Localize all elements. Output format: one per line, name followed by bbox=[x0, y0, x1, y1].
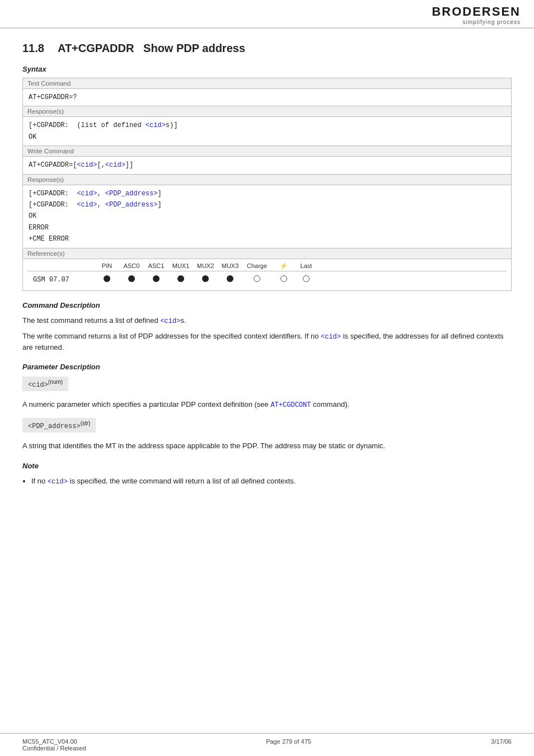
syntax-table: Test Command AT+CGPADDR=? Response(s) [+… bbox=[22, 78, 512, 291]
footer-center: Page 279 of 475 bbox=[266, 738, 311, 752]
param-cid-box: <cid>(num) bbox=[22, 377, 68, 391]
logo-sub: simplifying process bbox=[463, 19, 521, 25]
param-cid-desc-code: AT+CGDCONT bbox=[270, 401, 311, 409]
logo-area: BRODERSEN simplifying process bbox=[432, 4, 521, 25]
footer-right: 3/17/06 bbox=[491, 738, 512, 752]
footer-doc-id: MC55_ATC_V04.00 bbox=[22, 738, 86, 745]
circle-empty-charge bbox=[254, 275, 260, 282]
logo-name: BRODERSEN bbox=[432, 4, 521, 18]
parameter-description-label: Parameter Description bbox=[22, 363, 512, 371]
col-mux2: MUX2 bbox=[193, 261, 218, 270]
main-content: 11.8 AT+CGPADDR Show PDP address Syntax … bbox=[0, 29, 534, 509]
ref-cols-container: PIN ASC0 ASC1 MUX1 MUX2 MUX3 Charge ⚡ La… bbox=[27, 261, 507, 288]
reference-data-cell: PIN ASC0 ASC1 MUX1 MUX2 MUX3 Charge ⚡ La… bbox=[23, 259, 512, 290]
cmd-desc-p1-code: <cid> bbox=[160, 317, 180, 325]
cmd-desc-p1-prefix: The test command returns a list of defin… bbox=[22, 316, 160, 325]
test-command-label-row: Test Command bbox=[23, 78, 512, 89]
test-response-ok: OK bbox=[29, 133, 36, 141]
note-list: If no <cid> is specified, the write comm… bbox=[31, 476, 512, 487]
reference-label-row: Reference(s) bbox=[23, 248, 512, 259]
param-pdp-name: <PDP_address> bbox=[28, 422, 81, 430]
param-cid-desc: A numeric parameter which specifies a pa… bbox=[22, 399, 512, 410]
logo-text: BRODERSEN bbox=[432, 4, 521, 19]
circle-filled-pin bbox=[104, 275, 110, 282]
circle-filled-asc0 bbox=[128, 275, 135, 282]
col-asc0: ASC0 bbox=[119, 261, 144, 270]
col-asc1: ASC1 bbox=[144, 261, 168, 270]
write-command-code: AT+CGPADDR=[<cid>[,<cid>]] bbox=[23, 157, 512, 174]
section-heading: 11.8 AT+CGPADDR Show PDP address bbox=[22, 42, 512, 55]
write-response-row: [+CGPADDR: <cid>, <PDP_address>] [+CGPAD… bbox=[23, 185, 512, 248]
ref-gsm-value: GSM 07.07 bbox=[27, 274, 95, 286]
param-cid-name: <cid> bbox=[28, 381, 48, 389]
write-command-row: AT+CGPADDR=[<cid>[,<cid>]] bbox=[23, 157, 512, 174]
cmd-desc-para1: The test command returns a list of defin… bbox=[22, 315, 512, 326]
command-description-body: The test command returns a list of defin… bbox=[22, 315, 512, 353]
circ-asc0 bbox=[119, 275, 144, 284]
param-cid-desc-prefix: A numeric parameter which specifies a pa… bbox=[22, 400, 270, 408]
test-response-label: Response(s) bbox=[23, 106, 512, 117]
note-item-1: If no <cid> is specified, the write comm… bbox=[31, 476, 512, 487]
param-pdp-box-wrap: <PDP_address>(str) bbox=[22, 418, 512, 437]
col-last: Last bbox=[296, 261, 316, 270]
param-cid-type: (num) bbox=[48, 379, 63, 385]
test-response-line1: [+CGPADDR: (list of defined <cid>s)] bbox=[29, 121, 177, 129]
circ-antenna bbox=[271, 275, 296, 284]
circ-asc1 bbox=[144, 275, 168, 284]
page-footer: MC55_ATC_V04.00 Confidential / Released … bbox=[0, 733, 534, 756]
syntax-label: Syntax bbox=[22, 65, 512, 73]
param-cid-desc-suffix: command). bbox=[311, 400, 349, 408]
footer-page: Page 279 of 475 bbox=[266, 738, 311, 745]
section-number: 11.8 bbox=[22, 42, 44, 55]
reference-row: PIN ASC0 ASC1 MUX1 MUX2 MUX3 Charge ⚡ La… bbox=[23, 259, 512, 290]
page-header: BRODERSEN simplifying process bbox=[0, 0, 534, 29]
param-pdp-desc: A string that identifies the MT in the a… bbox=[22, 440, 512, 452]
col-mux1: MUX1 bbox=[168, 261, 193, 270]
cmd-desc-p2-prefix: The write command returns a list of PDP … bbox=[22, 332, 321, 340]
param-pdp-box: <PDP_address>(str) bbox=[22, 418, 96, 433]
param-pdp-desc-text: A string that identifies the MT in the a… bbox=[22, 442, 385, 450]
footer-status: Confidential / Released bbox=[22, 745, 86, 752]
circ-charge bbox=[242, 275, 271, 284]
circle-empty-antenna bbox=[280, 275, 287, 282]
write-response-label-row: Response(s) bbox=[23, 174, 512, 185]
test-command-label: Test Command bbox=[23, 78, 512, 89]
col-pin: PIN bbox=[95, 261, 119, 270]
ref-gsm-spacer bbox=[27, 264, 95, 268]
circle-filled-mux3 bbox=[227, 275, 233, 282]
write-response-label: Response(s) bbox=[23, 174, 512, 185]
write-command-label-row: Write Command bbox=[23, 146, 512, 157]
param-pdp-type: (str) bbox=[81, 420, 91, 426]
write-response-code: [+CGPADDR: <cid>, <PDP_address>] [+CGPAD… bbox=[23, 185, 512, 248]
note-item-1-suffix: is specified, the write command will ret… bbox=[68, 477, 296, 485]
circle-empty-last bbox=[303, 275, 310, 282]
note-item-1-code: <cid> bbox=[48, 478, 68, 486]
col-antenna: ⚡ bbox=[271, 261, 296, 271]
note-label: Note bbox=[22, 462, 512, 470]
note-item-1-prefix: If no bbox=[31, 477, 48, 485]
section-title: AT+CGPADDR Show PDP address bbox=[58, 42, 245, 55]
footer-left: MC55_ATC_V04.00 Confidential / Released bbox=[22, 738, 86, 752]
command-description-label: Command Description bbox=[22, 301, 512, 309]
col-charge: Charge bbox=[242, 261, 271, 270]
cmd-desc-p1-suffix: s. bbox=[180, 316, 186, 325]
reference-inner: PIN ASC0 ASC1 MUX1 MUX2 MUX3 Charge ⚡ La… bbox=[23, 259, 511, 290]
test-response-row: [+CGPADDR: (list of defined <cid>s)] OK bbox=[23, 117, 512, 146]
ref-data-row: GSM 07.07 bbox=[27, 271, 507, 288]
circ-mux1 bbox=[168, 275, 193, 284]
ref-col-headers: PIN ASC0 ASC1 MUX1 MUX2 MUX3 Charge ⚡ La… bbox=[27, 261, 507, 271]
circ-mux2 bbox=[193, 275, 218, 284]
col-mux3: MUX3 bbox=[218, 261, 242, 270]
write-command-label: Write Command bbox=[23, 146, 512, 157]
circ-mux3 bbox=[218, 275, 242, 284]
circ-pin bbox=[95, 275, 119, 284]
circle-filled-asc1 bbox=[153, 275, 160, 282]
cmd-desc-p2-code: <cid> bbox=[321, 333, 341, 341]
circle-filled-mux1 bbox=[177, 275, 184, 282]
reference-label: Reference(s) bbox=[23, 248, 512, 259]
test-command-code: AT+CGPADDR=? bbox=[23, 89, 512, 106]
test-command-row: AT+CGPADDR=? bbox=[23, 89, 512, 106]
circ-last bbox=[296, 275, 316, 284]
test-response-code: [+CGPADDR: (list of defined <cid>s)] OK bbox=[23, 117, 512, 146]
test-response-label-row: Response(s) bbox=[23, 106, 512, 117]
